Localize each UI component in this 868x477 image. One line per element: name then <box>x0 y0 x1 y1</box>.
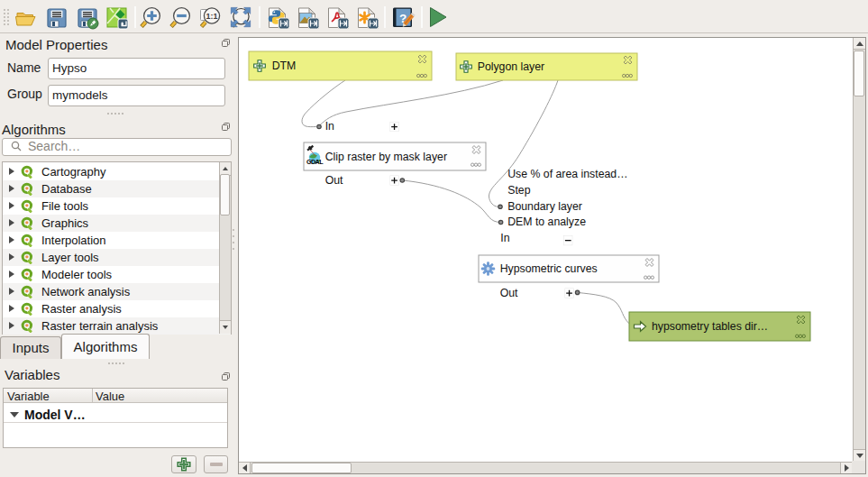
svg-text:GDAL: GDAL <box>306 158 324 166</box>
svg-text:Use % of area instead…: Use % of area instead… <box>507 168 627 180</box>
svg-text:Step: Step <box>507 184 530 197</box>
svg-text:DEM to analyze: DEM to analyze <box>507 216 586 228</box>
svg-text:In: In <box>500 232 509 244</box>
svg-text:Out: Out <box>500 287 518 299</box>
svg-text:In: In <box>325 120 334 133</box>
svg-text:Clip raster by mask layer: Clip raster by mask layer <box>325 151 447 163</box>
svg-text:hypsometry tables dir…: hypsometry tables dir… <box>652 320 768 333</box>
svg-text:Polygon layer: Polygon layer <box>478 60 545 73</box>
svg-text:Out: Out <box>325 174 343 187</box>
svg-text:Hypsometric curves: Hypsometric curves <box>500 262 598 275</box>
svg-text:DTM: DTM <box>272 60 297 72</box>
svg-text:Boundary layer: Boundary layer <box>507 200 582 213</box>
svg-text:1:1: 1:1 <box>206 12 217 21</box>
